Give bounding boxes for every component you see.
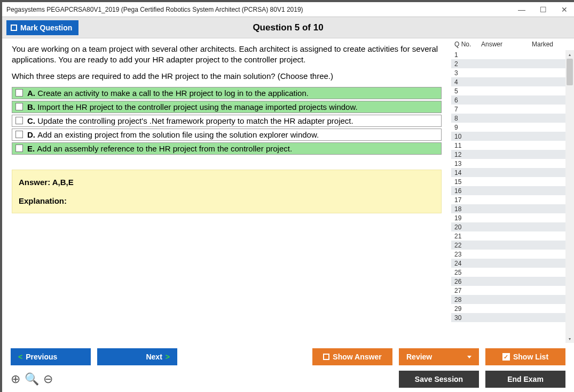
- question-list-row[interactable]: 1: [451, 50, 574, 59]
- scrollbar[interactable]: ▴ ▾: [565, 50, 574, 343]
- option-row[interactable]: E. Add an assembly reference to the HR p…: [12, 142, 442, 155]
- row-qno: 10: [454, 133, 481, 140]
- row-qno: 7: [454, 106, 481, 113]
- zoom-reset-icon[interactable]: 🔍: [25, 372, 39, 386]
- answer-box: Answer: A,B,E Explanation:: [12, 170, 442, 213]
- row-qno: 30: [454, 314, 481, 322]
- row-qno: 6: [454, 97, 481, 104]
- question-list-row[interactable]: 6: [451, 95, 574, 105]
- end-exam-button[interactable]: End Exam: [485, 371, 565, 388]
- question-list-row[interactable]: 7: [451, 105, 574, 114]
- scroll-up-icon[interactable]: ▴: [565, 50, 574, 59]
- explanation-label: Explanation:: [19, 196, 435, 205]
- row-qno: 17: [454, 196, 481, 204]
- question-paragraph-1: You are working on a team project with s…: [12, 44, 442, 66]
- question-list-row[interactable]: 9: [451, 123, 574, 132]
- option-checkbox[interactable]: [15, 131, 23, 138]
- row-qno: 18: [454, 205, 481, 213]
- scroll-track[interactable]: [565, 59, 574, 334]
- previous-button[interactable]: < Previous: [11, 348, 91, 365]
- row-qno: 15: [454, 178, 481, 186]
- option-checkbox[interactable]: [15, 103, 23, 110]
- question-list-row[interactable]: 17: [451, 195, 574, 204]
- minimize-icon[interactable]: —: [516, 4, 527, 15]
- question-pane: You are working on a team project with s…: [2, 38, 451, 344]
- question-list-row[interactable]: 4: [451, 77, 574, 86]
- question-list-row[interactable]: 12: [451, 150, 574, 159]
- question-list-row[interactable]: 18: [451, 204, 574, 213]
- close-icon[interactable]: ✕: [559, 4, 570, 15]
- zoom-out-icon[interactable]: ⊖: [43, 372, 53, 386]
- question-list-row[interactable]: 11: [451, 141, 574, 150]
- option-row[interactable]: A. Create an activity to make a call to …: [12, 87, 442, 99]
- header-qno: Q No.: [454, 41, 481, 48]
- question-list-row[interactable]: 25: [451, 268, 574, 277]
- question-list-row[interactable]: 28: [451, 295, 574, 304]
- question-paragraph-2: Which three steps are required to add th…: [12, 71, 442, 82]
- row-qno: 25: [454, 269, 481, 276]
- answer-text: Answer: A,B,E: [19, 178, 435, 187]
- option-label: C. Update the controlling project's .Net…: [27, 116, 353, 125]
- save-session-button[interactable]: Save Session: [399, 371, 479, 388]
- option-checkbox[interactable]: [15, 117, 23, 124]
- question-list-row[interactable]: 29: [451, 304, 574, 313]
- chevron-left-icon: <: [18, 353, 22, 361]
- main-area: You are working on a team project with s…: [2, 38, 574, 344]
- question-list-row[interactable]: 20: [451, 222, 574, 231]
- zoom-controls: ⊕ 🔍 ⊖: [11, 372, 53, 386]
- option-row[interactable]: D. Add an existing project from the solu…: [12, 129, 442, 141]
- row-qno: 28: [454, 296, 481, 303]
- question-list-row[interactable]: 5: [451, 86, 574, 95]
- show-list-button[interactable]: ✓ Show List: [485, 348, 565, 365]
- show-answer-button[interactable]: Show Answer: [312, 348, 392, 365]
- next-button[interactable]: Next >: [97, 348, 177, 365]
- show-answer-label: Show Answer: [333, 353, 381, 361]
- question-list-row[interactable]: 26: [451, 277, 574, 286]
- row-qno: 4: [454, 78, 481, 86]
- question-list-row[interactable]: 30: [451, 313, 574, 322]
- question-list-row[interactable]: 15: [451, 177, 574, 186]
- option-checkbox[interactable]: [15, 89, 23, 97]
- question-list-row[interactable]: 16: [451, 186, 574, 195]
- question-list-row[interactable]: 24: [451, 259, 574, 268]
- next-label: Next: [146, 353, 162, 361]
- end-exam-label: End Exam: [507, 375, 544, 383]
- zoom-in-icon[interactable]: ⊕: [11, 372, 20, 386]
- question-list-row[interactable]: 14: [451, 168, 574, 177]
- question-list-row[interactable]: 10: [451, 132, 574, 141]
- option-label: B. Import the HR project to the controll…: [27, 102, 358, 111]
- option-label: D. Add an existing project from the solu…: [27, 130, 319, 139]
- row-qno: 19: [454, 214, 481, 222]
- question-list-row[interactable]: 19: [451, 213, 574, 222]
- question-list-row[interactable]: 23: [451, 250, 574, 259]
- bottom-area: < Previous Next > Show Answer Review ✓ S…: [2, 344, 574, 392]
- row-qno: 1: [454, 51, 481, 59]
- question-list-row[interactable]: 2: [451, 59, 574, 68]
- question-list-header: Q No. Answer Marked: [451, 38, 574, 50]
- question-list-row[interactable]: 3: [451, 68, 574, 77]
- row-qno: 26: [454, 278, 481, 285]
- question-list-row[interactable]: 22: [451, 241, 574, 250]
- row-qno: 9: [454, 124, 481, 131]
- question-list-row[interactable]: 13: [451, 159, 574, 168]
- row-qno: 22: [454, 242, 481, 249]
- question-list-row[interactable]: 27: [451, 286, 574, 295]
- maximize-icon[interactable]: ☐: [538, 4, 548, 15]
- row-qno: 23: [454, 251, 481, 258]
- scroll-thumb[interactable]: [567, 59, 573, 85]
- checkbox-icon: [323, 354, 329, 360]
- review-button[interactable]: Review: [399, 348, 479, 365]
- option-row[interactable]: C. Update the controlling project's .Net…: [12, 115, 442, 127]
- row-qno: 27: [454, 287, 481, 294]
- question-list-row[interactable]: 8: [451, 114, 574, 123]
- window-buttons: — ☐ ✕: [516, 4, 570, 15]
- row-qno: 14: [454, 169, 481, 177]
- question-list-row[interactable]: 21: [451, 231, 574, 241]
- option-row[interactable]: B. Import the HR project to the controll…: [12, 101, 442, 113]
- question-list-pane: Q No. Answer Marked 12345678910111213141…: [451, 38, 574, 344]
- scroll-down-icon[interactable]: ▾: [565, 334, 574, 343]
- row-qno: 8: [454, 115, 481, 122]
- row-qno: 3: [454, 69, 481, 77]
- row-qno: 20: [454, 223, 481, 231]
- option-checkbox[interactable]: [15, 145, 23, 152]
